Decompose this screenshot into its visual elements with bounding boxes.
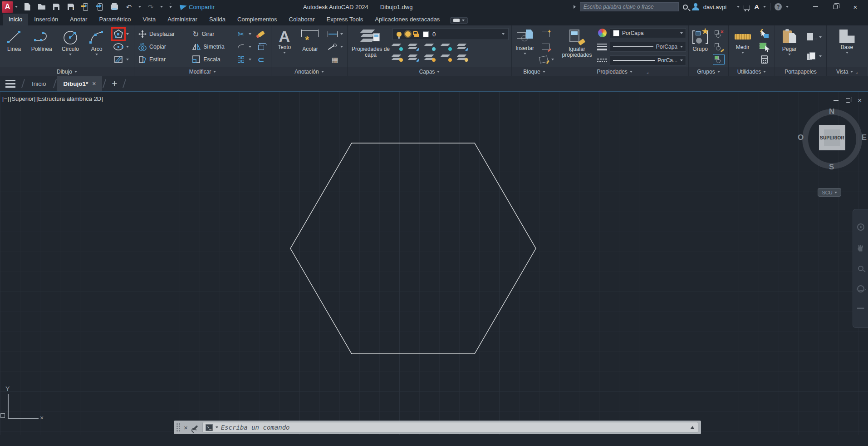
tab-aplicaciones-destacadas[interactable]: Aplicaciones destacadas: [369, 14, 446, 25]
command-bar-close-icon[interactable]: ×: [184, 424, 188, 431]
tab-salida[interactable]: Salida: [203, 14, 231, 25]
text-button[interactable]: A Texto: [273, 27, 296, 67]
viewcube-top-face[interactable]: SUPERIOR: [819, 125, 845, 150]
polygon-button[interactable]: [113, 29, 124, 40]
create-block-button[interactable]: ✦: [540, 29, 552, 40]
table-button[interactable]: ▦: [329, 54, 341, 65]
tab-administrar[interactable]: Administrar: [162, 14, 203, 25]
app-menu-caret-icon[interactable]: [15, 6, 18, 8]
lineweight-dropdown[interactable]: PorCapa: [610, 42, 686, 52]
user-avatar-icon[interactable]: [692, 3, 699, 10]
command-bar-grip-handle[interactable]: [177, 423, 180, 431]
share-button[interactable]: Compartir: [180, 4, 215, 10]
trim-caret-icon[interactable]: [249, 33, 251, 35]
autodesk-logo[interactable]: A: [754, 3, 759, 10]
command-input[interactable]: >_ Escriba un comando: [202, 422, 698, 433]
group-selection-toggle[interactable]: [713, 54, 725, 65]
save-as-button[interactable]: [66, 2, 76, 12]
redo-caret-icon[interactable]: [160, 6, 163, 8]
orbit-icon[interactable]: [857, 285, 864, 292]
copy-clip-caret-icon[interactable]: [819, 55, 822, 57]
linetype-dropdown[interactable]: PorCa...: [610, 55, 686, 65]
panel-label-grupos[interactable]: Grupos: [689, 67, 728, 76]
arc-caret-icon[interactable]: [95, 54, 98, 55]
save-button[interactable]: [51, 2, 61, 12]
help-icon[interactable]: ?: [775, 3, 782, 10]
edit-attributes-button[interactable]: [538, 54, 549, 65]
group-edit-button[interactable]: [713, 41, 725, 52]
panel-label-dibujo[interactable]: Dibujo: [0, 67, 134, 76]
command-line-bar[interactable]: × >_ Escriba un comando: [174, 421, 701, 434]
store-cart-icon[interactable]: [744, 5, 750, 10]
new-file-button[interactable]: [22, 2, 32, 12]
file-tab-close-icon[interactable]: ×: [92, 80, 96, 87]
command-input-placeholder[interactable]: Escriba un comando: [221, 424, 688, 431]
rotate-button[interactable]: ↻ Girar: [190, 28, 234, 40]
base-caret-icon[interactable]: [846, 52, 848, 54]
stretch-button[interactable]: Estirar: [136, 53, 190, 66]
layer-lock-button[interactable]: [441, 43, 452, 51]
tab-insercion[interactable]: Inserción: [28, 14, 64, 25]
file-tabs-menu-button[interactable]: [0, 76, 21, 91]
open-file-button[interactable]: [37, 2, 47, 12]
match-properties-button[interactable]: Igualar propiedades: [559, 27, 595, 67]
move-button[interactable]: Desplazar: [136, 28, 190, 40]
layer-thaw-button[interactable]: [425, 54, 436, 62]
panel-label-anotacion[interactable]: Anotación: [271, 67, 347, 76]
new-drawing-tab-button[interactable]: +: [107, 76, 122, 91]
layer-match-button[interactable]: [458, 54, 469, 62]
restore-button[interactable]: [825, 0, 845, 14]
hexagon-polyline-drawing[interactable]: [0, 92, 868, 435]
ungroup-button[interactable]: ×: [713, 29, 725, 40]
copy-clip-button[interactable]: [805, 51, 817, 62]
polyline-button[interactable]: Polilínea: [27, 27, 56, 67]
panel-label-modificar[interactable]: Modificar: [134, 67, 271, 76]
tab-parametrico[interactable]: Paramétrico: [93, 14, 137, 25]
search-icon[interactable]: [683, 5, 688, 10]
panel-label-vista[interactable]: Vista ⌟: [827, 67, 867, 76]
panel-label-bloque[interactable]: Bloque: [512, 67, 557, 76]
base-button[interactable]: Base: [831, 27, 863, 67]
recent-commands-icon[interactable]: >_: [206, 424, 213, 431]
open-from-web-button[interactable]: [80, 2, 90, 12]
circle-caret-icon[interactable]: [69, 54, 72, 55]
layer-unisolate-button[interactable]: [409, 54, 420, 62]
insert-caret-icon[interactable]: [524, 53, 526, 55]
color-wheel-icon[interactable]: [598, 29, 607, 37]
tab-colaborar[interactable]: Colaborar: [283, 14, 321, 25]
undo-button[interactable]: ↶: [124, 2, 134, 12]
recent-commands-caret-icon[interactable]: [216, 426, 218, 428]
ucs-badge-button[interactable]: SCU: [818, 188, 841, 197]
save-to-web-button[interactable]: [95, 2, 105, 12]
nav-wheel-icon[interactable]: [857, 223, 864, 231]
linetype-icon[interactable]: [597, 58, 607, 65]
layer-unlock-button[interactable]: [441, 54, 452, 62]
trim-button[interactable]: ✂: [235, 29, 247, 40]
leader-button[interactable]: [327, 41, 338, 52]
ellipse-caret-icon[interactable]: [126, 46, 129, 48]
cut-caret-icon[interactable]: [819, 36, 822, 38]
layer-make-current-button[interactable]: [458, 43, 469, 51]
linear-dimension-button[interactable]: [327, 29, 338, 40]
mirror-button[interactable]: Simetría: [190, 40, 234, 53]
file-tab-inicio[interactable]: Inicio: [25, 76, 53, 91]
explode-button[interactable]: [255, 41, 267, 52]
scale-button[interactable]: Escala: [190, 53, 234, 66]
viewcube-east[interactable]: E: [862, 133, 867, 142]
autodesk-caret-icon[interactable]: [763, 6, 766, 8]
polygon-caret-icon[interactable]: [126, 33, 129, 35]
navbar-more-icon[interactable]: [857, 306, 864, 313]
minimize-button[interactable]: [805, 0, 825, 14]
layer-isolate-button[interactable]: [409, 43, 420, 51]
panel-label-utilidades[interactable]: Utilidades: [729, 67, 775, 76]
propiedades-dialog-launcher-icon[interactable]: ⌟: [647, 69, 649, 74]
ellipse-button[interactable]: [113, 41, 124, 52]
navigation-bar[interactable]: [853, 209, 868, 328]
hatch-button[interactable]: [113, 54, 124, 65]
paste-caret-icon[interactable]: [788, 54, 791, 55]
viewcube-south[interactable]: S: [829, 163, 834, 172]
paste-button[interactable]: Pegar: [776, 27, 802, 67]
plot-button[interactable]: [109, 2, 119, 12]
edit-attributes-caret-icon[interactable]: [551, 59, 554, 60]
viewcube[interactable]: N S O E SUPERIOR: [802, 109, 862, 169]
